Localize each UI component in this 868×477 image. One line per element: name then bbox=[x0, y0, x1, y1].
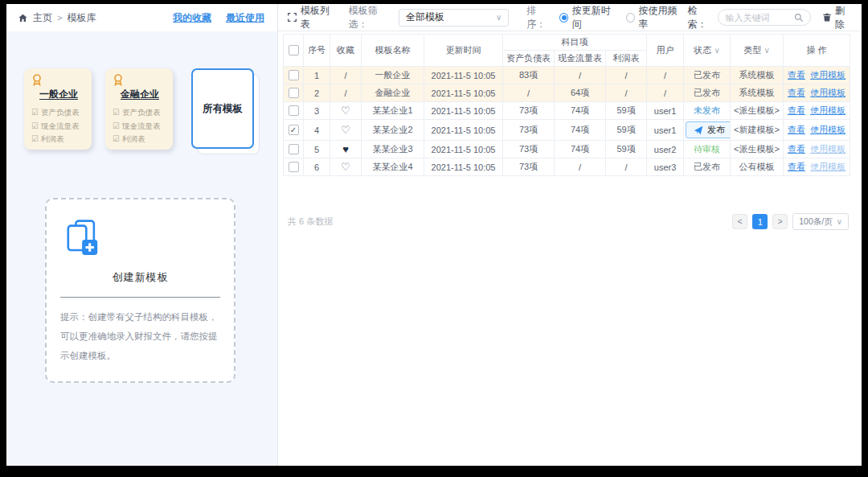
radio-selected-icon bbox=[559, 13, 568, 23]
sidebar: 一般企业 ☑资产负债表 ☑现金流量表 ☑利润表 金融企业 ☑资产负债表 ☑现金流… bbox=[6, 31, 278, 466]
checkbox-checked-icon: ☑ bbox=[31, 133, 39, 146]
card-general-enterprise[interactable]: 一般企业 ☑资产负债表 ☑现金流量表 ☑利润表 bbox=[24, 68, 92, 150]
cell-updated-time: 2021-11-5 10:05 bbox=[424, 67, 503, 84]
card-all-templates[interactable]: 所有模板 bbox=[191, 68, 257, 152]
cell-actions: 查看使用模板删除 bbox=[784, 120, 850, 141]
view-link[interactable]: 查看 bbox=[788, 162, 805, 171]
cell-cash-flow: 74项 bbox=[555, 102, 606, 120]
cell-template-name: 某某企业3 bbox=[362, 141, 424, 158]
row-checkbox[interactable] bbox=[289, 88, 299, 98]
use-template-link[interactable]: 使用模板 bbox=[810, 144, 845, 154]
cell-template-name: 金融企业 bbox=[362, 84, 424, 102]
search-box bbox=[718, 9, 810, 26]
status-text: 已发布 bbox=[694, 88, 720, 97]
use-template-link[interactable]: 使用模板 bbox=[810, 105, 845, 115]
medal-icon bbox=[113, 74, 167, 86]
use-template-link[interactable]: 使用模板 bbox=[810, 125, 845, 134]
sort-by-update-time-radio[interactable]: 按更新时间 bbox=[559, 4, 615, 31]
current-page-button[interactable]: 1 bbox=[752, 214, 768, 229]
row-checkbox[interactable] bbox=[289, 162, 299, 172]
cell-cash-flow: 64项 bbox=[555, 84, 606, 102]
next-page-button[interactable]: > bbox=[772, 214, 788, 229]
col-header-actions: 操 作 bbox=[784, 35, 850, 67]
template-list-toggle[interactable]: 模板列表 bbox=[288, 4, 334, 31]
view-link[interactable]: 查看 bbox=[788, 88, 805, 97]
cell-index: 3 bbox=[304, 102, 330, 120]
card-checklist-item: ☑利润表 bbox=[113, 133, 167, 146]
heart-outline-icon[interactable]: ♡ bbox=[341, 105, 350, 117]
prev-page-button[interactable]: < bbox=[732, 214, 747, 229]
col-header-user: 用户 bbox=[647, 35, 684, 67]
cell-select bbox=[284, 158, 304, 176]
table-toolbar: 模板列表 模板筛选： 全部模板 ∨ 排序： 按更新时间 按使用频率 检索： bbox=[278, 4, 862, 31]
card-checklist-item: ☑利润表 bbox=[31, 133, 86, 146]
cell-favorite: ♥ bbox=[330, 141, 362, 158]
col-header-status[interactable]: 状态 ∨ bbox=[684, 35, 731, 67]
breadcrumb-home[interactable]: 主页 bbox=[33, 11, 52, 25]
cell-favorite: / bbox=[330, 84, 362, 102]
search-label: 检索： bbox=[688, 4, 714, 31]
use-template-link[interactable]: 使用模板 bbox=[810, 88, 845, 97]
delete-button[interactable]: 删除 bbox=[822, 4, 850, 31]
cell-select bbox=[284, 67, 304, 84]
sort-by-usage-radio[interactable]: 按使用频率 bbox=[626, 4, 682, 31]
cell-updated-time: 2021-11-5 10:05 bbox=[424, 120, 503, 141]
select-all-checkbox[interactable] bbox=[289, 45, 299, 56]
heart-outline-icon[interactable]: ♡ bbox=[341, 161, 350, 173]
home-icon[interactable] bbox=[18, 13, 28, 23]
cell-type: 系统模板 bbox=[731, 84, 784, 102]
filter-selected-value: 全部模板 bbox=[406, 10, 444, 24]
cell-balance-sheet: 73项 bbox=[503, 158, 555, 176]
top-bar: 主页 > 模板库 我的收藏 最近使用 模板列表 模板筛选： 全部模板 ∨ 排序： bbox=[6, 4, 862, 31]
card-checklist-item: ☑现金流量表 bbox=[31, 120, 86, 134]
row-checkbox[interactable]: ✓ bbox=[289, 125, 299, 135]
search-input[interactable] bbox=[725, 13, 790, 23]
col-header-cash-flow: 现金流量表 bbox=[555, 51, 606, 67]
cell-balance-sheet: / bbox=[503, 84, 555, 102]
cell-actions: 查看使用模板删除 bbox=[784, 102, 850, 120]
view-link[interactable]: 查看 bbox=[788, 105, 805, 115]
radio-unselected-icon bbox=[626, 13, 635, 23]
recently-used-link[interactable]: 最近使用 bbox=[226, 11, 264, 25]
sort-option-label: 按更新时间 bbox=[572, 4, 615, 31]
search-icon[interactable] bbox=[794, 13, 804, 23]
use-template-link[interactable]: 使用模板 bbox=[810, 162, 845, 171]
template-cards-row: 一般企业 ☑资产负债表 ☑现金流量表 ☑利润表 金融企业 ☑资产负债表 ☑现金流… bbox=[24, 68, 264, 152]
table-row: ✓4♡某某企业22021-11-5 10:0573项74项59项user1发布<… bbox=[284, 120, 850, 141]
my-favorites-link[interactable]: 我的收藏 bbox=[173, 11, 211, 25]
heart-filled-icon[interactable]: ♥ bbox=[342, 143, 349, 155]
trash-icon bbox=[822, 12, 832, 23]
cell-cash-flow: / bbox=[555, 158, 606, 176]
col-header-type[interactable]: 类型 ∨ bbox=[731, 35, 784, 67]
publish-button[interactable]: 发布 bbox=[686, 121, 731, 138]
col-header-updated: 更新时间 bbox=[424, 35, 503, 67]
cell-index: 2 bbox=[304, 84, 330, 102]
cell-favorite: / bbox=[330, 67, 362, 84]
row-checkbox[interactable] bbox=[289, 144, 299, 154]
medal-icon bbox=[31, 74, 86, 86]
row-checkbox[interactable] bbox=[289, 70, 299, 80]
page-size-select[interactable]: 100条/页 ∨ bbox=[792, 213, 849, 230]
view-link[interactable]: 查看 bbox=[788, 70, 805, 80]
create-template-card[interactable]: 创建新模板 提示：创建带有父子结构的科目模板，可以更准确地录入财报文件，请您按提… bbox=[45, 198, 235, 383]
use-template-link[interactable]: 使用模板 bbox=[810, 70, 845, 80]
view-link[interactable]: 查看 bbox=[788, 125, 805, 134]
breadcrumb-current: 模板库 bbox=[67, 11, 96, 25]
card-financial-enterprise[interactable]: 金融企业 ☑资产负债表 ☑现金流量表 ☑利润表 bbox=[105, 68, 173, 150]
card-checklist-item: ☑现金流量表 bbox=[113, 120, 167, 134]
cell-select bbox=[284, 141, 304, 158]
cell-type: <派生模板> bbox=[731, 141, 784, 158]
row-checkbox[interactable] bbox=[289, 105, 299, 116]
cell-status: 未发布 bbox=[684, 102, 731, 120]
cell-profit: 59项 bbox=[606, 141, 647, 158]
breadcrumb-separator: > bbox=[57, 13, 62, 23]
template-filter-select[interactable]: 全部模板 ∨ bbox=[399, 9, 509, 27]
heart-outline-icon[interactable]: ♡ bbox=[341, 124, 350, 136]
cell-type: <新建模板> bbox=[731, 120, 784, 141]
cell-index: 4 bbox=[304, 120, 330, 141]
cell-favorite: ♡ bbox=[330, 158, 362, 176]
cell-balance-sheet: 73项 bbox=[503, 141, 555, 158]
table-row: 2/金融企业2021-11-5 10:05/64项//已发布系统模板查看使用模板 bbox=[284, 84, 850, 102]
view-link[interactable]: 查看 bbox=[788, 144, 805, 154]
divider bbox=[60, 297, 220, 298]
